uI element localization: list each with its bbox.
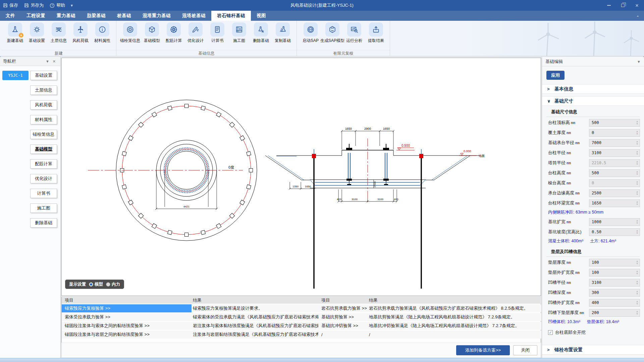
tab-file[interactable]: 文件 xyxy=(0,11,21,21)
table-row[interactable]: 岩石抗剪承载力验算 >> 岩石抗剪承载力验算满足《风机基础预应力扩底岩石锚索技术… xyxy=(318,304,541,312)
nav-item-turbine-load[interactable]: 风机荷载 xyxy=(30,100,57,110)
turbine-load-button[interactable]: 风机荷载 xyxy=(70,22,91,50)
spinner-icon[interactable]: ∧∨ xyxy=(635,281,640,285)
generate-sap-model-button[interactable]: SAP 生成SAP模型 xyxy=(322,22,343,50)
restore-button[interactable] xyxy=(616,0,630,11)
spinner-icon[interactable]: ∧∨ xyxy=(635,270,640,275)
spinner-icon[interactable]: ∧∨ xyxy=(635,230,640,234)
tower-radius-input[interactable]: 2210.5∧∨ xyxy=(589,159,640,167)
spinner-icon[interactable]: ∧∨ xyxy=(635,171,640,175)
tab-hybrid-gravity-foundation[interactable]: 混塔重力基础 xyxy=(137,11,176,21)
tab-rib-beam-foundation[interactable]: 肋梁基础 xyxy=(81,11,111,21)
section-basic-info[interactable]: > 基本信息 xyxy=(542,84,644,94)
spinner-icon[interactable]: ∧∨ xyxy=(635,291,640,295)
foundation-settings-button[interactable]: 基础设置 xyxy=(26,22,47,50)
help-button[interactable]: ? 帮助 xyxy=(47,0,68,11)
pedestal-top-elevation-input[interactable]: 500∧∨ xyxy=(589,119,640,127)
checkbox-checked-icon[interactable]: ✓ xyxy=(548,330,553,335)
extract-results-button[interactable]: 提取结果 xyxy=(366,22,386,50)
cap-edge-height-input[interactable]: 2500∧∨ xyxy=(589,189,640,197)
table-row[interactable]: 锚固段注浆体与索体之间的黏结强度验算 >> 岩注浆体与索体黏结强度验满足《风机基… xyxy=(62,322,318,330)
nav-item-calculation-report[interactable]: 优化设计 xyxy=(30,174,57,183)
nav-item-copy-foundation[interactable]: 删除基础 xyxy=(30,218,57,228)
table-row[interactable]: / / xyxy=(318,330,541,339)
pit-widening-input[interactable]: 1000∧∨ xyxy=(589,218,640,226)
quickbar-caret-icon[interactable]: ▼ xyxy=(68,4,75,7)
save-button[interactable]: 保存 xyxy=(0,0,21,11)
calculation-report-button[interactable]: 计算书 xyxy=(207,22,228,50)
cushion-thickness-input[interactable]: 100∧∨ xyxy=(589,259,640,266)
copy-foundation-button[interactable]: 复制基础 xyxy=(272,22,293,50)
tab-gravity-foundation[interactable]: 重力基础 xyxy=(51,11,81,21)
pedestal-height-input[interactable]: 500∧∨ xyxy=(589,169,640,177)
tab-pile-foundation[interactable]: 桩基础 xyxy=(111,11,137,21)
spinner-icon[interactable]: ∧∨ xyxy=(635,201,640,205)
spinner-icon[interactable]: ∧∨ xyxy=(635,301,640,305)
section-anchor-layout-settings[interactable]: > 锚栓布置设置 xyxy=(542,345,644,355)
spinner-icon[interactable]: ∧∨ xyxy=(635,141,640,145)
save-as-button[interactable]: 另存为 xyxy=(21,0,47,11)
delete-foundation-button[interactable]: 删除基础 xyxy=(251,22,271,50)
nav-item-foundation-model[interactable]: 基础模型 xyxy=(30,144,57,154)
table-row[interactable]: 索体受拉承载力验算 >> 锚索索体的受拉承载力满足《风机基础预应力扩底岩石锚索技… xyxy=(62,313,318,321)
construction-drawing-button[interactable]: 施工图 xyxy=(229,22,250,50)
close-button[interactable]: ✕ xyxy=(630,0,644,11)
spinner-icon[interactable]: ∧∨ xyxy=(635,121,640,125)
spinner-icon[interactable]: ∧∨ xyxy=(635,181,640,185)
ribbon-collapse-chevron-icon[interactable]: ⌃ xyxy=(636,11,644,21)
spinner-icon[interactable]: ∧∨ xyxy=(635,161,640,165)
optimize-design-button[interactable]: 优化设计 xyxy=(185,22,206,50)
spinner-icon[interactable]: ∧∨ xyxy=(635,151,640,155)
spinner-icon[interactable]: ∧∨ xyxy=(635,191,640,195)
nav-close-icon[interactable]: ✕ xyxy=(51,59,57,64)
nav-collapse-caret-icon[interactable]: ▼ xyxy=(44,59,51,63)
rebar-calculation-button[interactable]: 配筋计算 xyxy=(163,22,184,50)
spinner-icon[interactable]: ∧∨ xyxy=(635,260,640,264)
project-tab[interactable]: YSJC-1 xyxy=(2,71,29,80)
section-foundation-dimensions[interactable]: ∨ 基础尺寸 xyxy=(542,96,644,106)
groove-depth-input[interactable]: 300∧∨ xyxy=(589,289,640,297)
display-option-internal-force[interactable]: 内力 xyxy=(106,282,120,287)
add-to-alternatives-button[interactable]: 添加到备选方案>> xyxy=(456,345,510,355)
tab-view[interactable]: 视图 xyxy=(251,11,272,21)
table-row[interactable]: 基础抗剪验算 >> 地基抗剪验算满足《陆上风电场工程风电机组基础设计规范》 7.… xyxy=(318,313,541,321)
new-foundation-button[interactable]: + 新建基础 xyxy=(5,22,25,50)
apply-button[interactable]: 应用 xyxy=(546,71,565,80)
nav-item-construction-drawing[interactable]: 计算书 xyxy=(30,189,57,198)
spinner-icon[interactable]: ∧∨ xyxy=(635,220,640,224)
nav-item-soil-layer-info[interactable]: 土层信息 xyxy=(30,85,57,95)
spinner-icon[interactable]: ∧∨ xyxy=(635,131,640,135)
cushion-extension-width-input[interactable]: 100∧∨ xyxy=(589,269,640,277)
nav-item-foundation-settings[interactable]: 基础设置 xyxy=(30,71,57,80)
nav-item-anchor-cage-info[interactable]: 锚栓笼信息 xyxy=(30,130,57,139)
foundation-model-button[interactable]: 基础模型 xyxy=(142,22,162,50)
pit-slope-input[interactable]: 0.50∧∨ xyxy=(589,228,640,236)
pedestal-radius-input[interactable]: 3100∧∨ xyxy=(589,149,640,157)
cap-radius-input[interactable]: 7000∧∨ xyxy=(589,139,640,147)
cover-soil-thickness-input[interactable]: 0∧∨ xyxy=(589,129,640,137)
soil-layer-info-button[interactable]: 土层信息 xyxy=(48,22,69,50)
groove-extension-width-input[interactable]: 400∧∨ xyxy=(589,299,640,307)
anchor-cage-info-button[interactable]: 锚栓笼信息 xyxy=(120,22,141,50)
material-properties-button[interactable]: 材料属性 xyxy=(92,22,113,50)
table-row[interactable]: 锚固段注浆体与岩层之间的黏结强度验算 >> 注浆体与岩层黏结强度验满足《风机基础… xyxy=(62,330,318,339)
spinner-icon[interactable]: ∧∨ xyxy=(635,311,640,315)
frustum-height-input[interactable]: 0∧∨ xyxy=(589,179,640,187)
tab-hybrid-pile-foundation[interactable]: 混塔桩基础 xyxy=(176,11,211,21)
table-row[interactable]: 基础抗冲切验算 >> 地基抗冲切验算满足《陆上风电场工程风电机组基础设计规范》 … xyxy=(318,322,541,330)
tab-project-settings[interactable]: 工程设置 xyxy=(21,11,51,21)
nav-item-delete-foundation[interactable]: 施工图 xyxy=(30,203,57,213)
display-option-model[interactable]: 模型 xyxy=(89,282,103,287)
ring-beam-width-input[interactable]: 1650∧∨ xyxy=(589,199,640,207)
nav-item-rebar-calculation[interactable]: 配筋计算 xyxy=(30,159,57,169)
tab-rock-anchor-foundation[interactable]: 岩石锚杆基础 xyxy=(211,11,251,21)
model-viewport[interactable]: 4421 0度 1650 2900 1650 xyxy=(61,58,541,296)
run-analysis-button[interactable]: 运行分析 xyxy=(344,22,365,50)
groove-radius-input[interactable]: 3100∧∨ xyxy=(589,279,640,287)
table-row[interactable]: 锚索预应力复核验算 >> 锚索预应力复核验算满足设计要求。 xyxy=(62,304,318,312)
panel-collapse-caret-icon[interactable]: ▼ xyxy=(637,60,641,64)
minimize-button[interactable] xyxy=(602,0,616,11)
start-sap-button[interactable]: SAP 启动SAP xyxy=(300,22,321,50)
close-panel-button[interactable]: 关闭 xyxy=(513,345,537,355)
groove-cushion-thickness-input[interactable]: 200∧∨ xyxy=(589,309,640,317)
